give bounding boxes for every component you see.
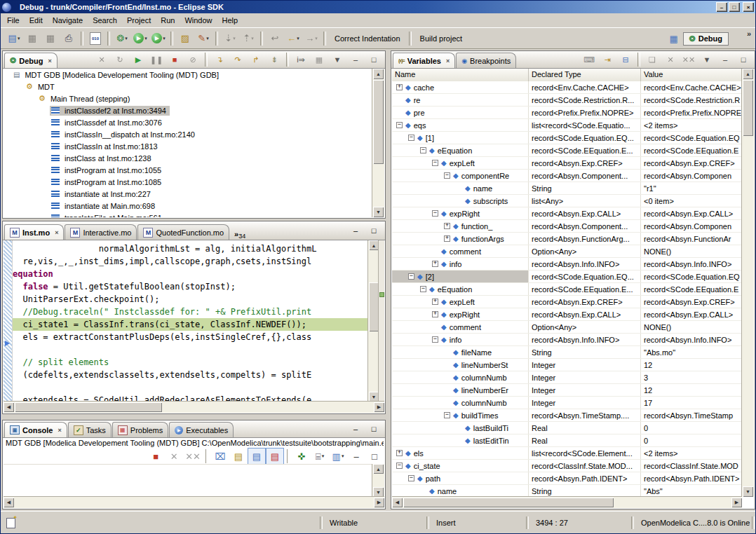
variable-row[interactable]: +◆cacherecord<Env.Cache.CACHE>record<Env… — [392, 81, 742, 94]
variable-row[interactable]: +◆inforecord<Absyn.Info.INFO>record<Absy… — [392, 258, 742, 271]
stack-frame-row[interactable]: instClassdef at Inst.mo:3076 — [4, 116, 372, 128]
show-type-names-button[interactable]: ⌨ — [580, 53, 598, 67]
variable-row[interactable]: −◆expLeftrecord<Absyn.Exp.CREF>record<Ab… — [392, 157, 742, 170]
tab-debug[interactable]: ❂ Debug × — [4, 53, 58, 68]
toolbar-overflow-chevron[interactable]: » — [747, 29, 751, 38]
open-perspective-button[interactable]: ▦ — [665, 30, 683, 47]
variables-vscrollbar[interactable]: ▲ ▼ — [741, 69, 754, 497]
open-console-button[interactable]: ▥▾ — [329, 448, 347, 465]
tab-interactive-mo[interactable]: MInteractive.mo — [65, 224, 137, 240]
editor-more-tabs[interactable]: » 34 — [234, 228, 245, 240]
terminate-button[interactable]: ■ — [166, 53, 184, 67]
display-console-button[interactable]: ⌸▾ — [311, 448, 329, 465]
menu-help[interactable]: Help — [217, 15, 243, 26]
stack-frame-row[interactable]: instProgram at Inst.mo:1055 — [4, 164, 372, 176]
tab-breakpoints[interactable]: ◉Breakpoints — [456, 53, 516, 68]
title-bar[interactable]: Debug - trunk/Compiler/FrontEnd/Inst.mo … — [1, 1, 755, 13]
variable-row[interactable]: ◆commentOption<Any>NONE() — [392, 245, 742, 258]
build-project-button[interactable]: Build project — [414, 33, 468, 44]
variable-row[interactable]: +◆expLeftrecord<Absyn.Exp.CREF>record<Ab… — [392, 296, 742, 308]
debug-tree-vscrollbar[interactable]: ▲ ▼ — [372, 69, 384, 217]
variable-row[interactable]: ◆prerecord<Prefix.Prefix.NOPRE>record<Pr… — [392, 107, 742, 119]
menu-search[interactable]: Search — [88, 15, 122, 26]
resume-button[interactable]: ▶ — [129, 53, 147, 67]
collapse-icon[interactable]: − — [420, 147, 426, 153]
variable-row[interactable]: −◆[2]record<SCode.Equation.EQ...record<S… — [392, 271, 742, 283]
search-brush-button[interactable]: ✎▾ — [194, 30, 212, 47]
menu-file[interactable]: File — [2, 15, 25, 26]
expand-icon[interactable]: + — [432, 311, 438, 317]
variable-row[interactable]: +◆functionArgsrecord<Absyn.FunctionArg..… — [392, 233, 742, 245]
external-tools-button[interactable]: ▶▾ — [149, 30, 168, 47]
open-element-button[interactable]: ▨ — [176, 30, 194, 47]
stack-frame-row[interactable]: instClassIn at Inst.mo:1813 — [4, 140, 372, 152]
stack-frame-row[interactable]: instantiate at Inst.mo:227 — [4, 188, 372, 200]
tab-variables[interactable]: (x)=Variables× — [393, 53, 455, 68]
menu-edit[interactable]: Edit — [25, 15, 48, 26]
variable-row[interactable]: ◆nameString"Abs" — [392, 485, 742, 497]
console-output[interactable] — [4, 464, 372, 497]
console-vscrollbar[interactable]: ▲ ▼ — [372, 464, 384, 497]
variable-row[interactable]: ◆columnNumbInteger3 — [392, 371, 742, 384]
debug-tree-row[interactable]: ▤MDT GDB [Modelica Developement Tooling … — [4, 69, 372, 81]
collapse-all-button[interactable]: ⊟ — [616, 53, 635, 67]
column-header-value[interactable]: Value — [641, 69, 742, 81]
variable-row[interactable]: −◆componentRerecord<Absyn.Component...re… — [392, 170, 742, 182]
variable-row[interactable]: +◆function_record<Absyn.Component...reco… — [392, 220, 742, 233]
variables-hscrollbar[interactable]: ◀ ▶ — [392, 496, 742, 508]
variable-row[interactable]: ◆rerecord<SCode.Restriction.R...record<S… — [392, 94, 742, 107]
editor-hscrollbar[interactable]: ◀ ▶ — [4, 401, 384, 413]
minimize-button[interactable]: – — [346, 422, 365, 436]
collapse-icon[interactable]: − — [432, 160, 438, 166]
tab-problems[interactable]: ▦Problems — [112, 422, 168, 437]
maximize-button[interactable]: □ — [734, 53, 752, 67]
drop-to-frame-button[interactable]: ⇟ — [265, 53, 283, 67]
scroll-lock-button[interactable]: ▤ — [229, 448, 248, 465]
code-line[interactable]: normalAlgorithmLst = alg, initialAlgorit… — [13, 242, 367, 255]
debug-tree-row[interactable]: ⚙MDT — [4, 81, 372, 93]
stack-frame-row[interactable]: instantiate at Main.mo:698 — [4, 200, 372, 212]
minimize-button[interactable]: – — [346, 224, 365, 238]
variable-row[interactable]: ◆lastBuildTiReal0 — [392, 422, 742, 434]
back-button[interactable]: ←▾ — [284, 30, 302, 47]
stack-frame-row[interactable]: translateFile at Main.mo:561 — [4, 212, 372, 217]
show-logical-structure-button[interactable]: ⇥ — [598, 53, 616, 67]
menu-project[interactable]: Project — [122, 15, 156, 26]
minimize-button[interactable]: – — [347, 448, 365, 465]
maximize-window-button[interactable]: □ — [729, 2, 740, 12]
minimize-window-button[interactable]: – — [716, 2, 727, 12]
variable-row[interactable]: +◆elslist<record<SCode.Element...<2 item… — [392, 447, 742, 460]
stack-frame-row[interactable]: instClass at Inst.mo:1238 — [4, 152, 372, 164]
variable-row[interactable]: −◆eEquationrecord<SCode.EEquation.E...re… — [392, 144, 742, 157]
debug-configuration-010-button[interactable]: 010 — [86, 30, 104, 47]
step-into-button[interactable]: ↴ — [210, 53, 229, 67]
column-header-declared-type[interactable]: Declared Type — [529, 69, 641, 81]
collapse-icon[interactable]: − — [408, 475, 414, 481]
code-line[interactable]: (cdefelts,extendsclasselts,extendselts,c… — [13, 369, 367, 381]
menu-run[interactable]: Run — [156, 15, 180, 26]
variable-row[interactable]: ◆lastEditTinReal0 — [392, 434, 742, 447]
variable-row[interactable]: +◆expRightrecord<Absyn.Exp.CALL>record<A… — [392, 308, 742, 321]
clear-console-button[interactable]: ⌧ — [211, 448, 229, 465]
menu-navigate[interactable]: Navigate — [48, 15, 88, 26]
collapse-icon[interactable]: − — [444, 172, 450, 179]
view-menu-button[interactable]: ▼ — [698, 53, 716, 67]
variable-row[interactable]: −◆buildTimesrecord<Absyn.TimeStamp....re… — [392, 409, 742, 422]
view-menu-button[interactable]: ▼ — [328, 53, 346, 67]
fast-view-icon[interactable] — [6, 518, 15, 528]
console-hscrollbar[interactable]: ◀ ▶ — [4, 496, 384, 508]
close-window-button[interactable]: × — [743, 2, 754, 12]
maximize-button[interactable]: □ — [365, 448, 384, 465]
debug-button[interactable]: ❂▾ — [113, 30, 131, 47]
debug-tree-row[interactable]: ⚙Main Thread (stepping) — [4, 93, 372, 104]
show-stdout-button[interactable]: ▤ — [248, 448, 266, 465]
code-line[interactable]: els = extractConstantPlusDeps(els,instSi… — [13, 331, 367, 343]
code-line[interactable]: UnitParserExt.checkpoint(); — [13, 293, 367, 306]
show-stderr-button[interactable]: ▤ — [266, 448, 284, 465]
expand-icon[interactable]: + — [396, 450, 403, 456]
correct-indentation-button[interactable]: Correct Indentation — [329, 33, 406, 44]
code-line[interactable]: false = Util.getStatefulBoolean(stopInst… — [13, 280, 367, 293]
variable-row[interactable]: ◆fileNameString"Abs.mo" — [392, 346, 742, 359]
print-button[interactable]: ⎙ — [60, 30, 78, 47]
code-line[interactable]: re,vis,_,_,inst_dims,impl,callscope,grap… — [13, 255, 367, 268]
